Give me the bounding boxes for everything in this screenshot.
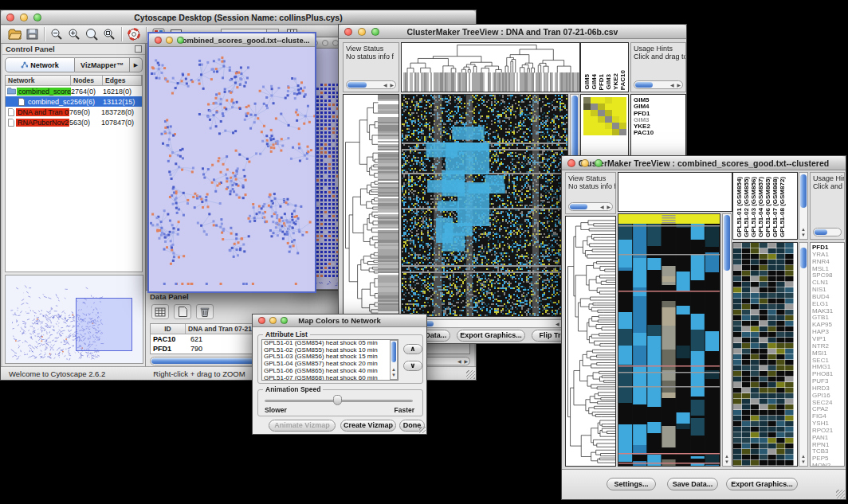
move-up-button[interactable]: ∧ [403, 344, 422, 354]
matrix-cell [605, 123, 612, 129]
tv1-heatmap[interactable] [402, 95, 567, 316]
minimize-button[interactable] [269, 317, 277, 324]
data-col-id[interactable]: ID [151, 324, 186, 334]
zoom-button[interactable] [595, 159, 603, 167]
create-vizmap-label: Create Vizmap [344, 421, 393, 429]
tab-network[interactable]: Network [5, 57, 75, 72]
zoom-button[interactable] [177, 37, 184, 44]
scroll-arrows-icon[interactable]: ◀ ▶ [600, 203, 611, 211]
data-row-id: PFD1 [151, 345, 186, 353]
scroll-arrows-icon[interactable]: ◀ ▶ [457, 357, 469, 365]
usage-hints-text: Click and drag to [631, 53, 685, 61]
tv1-row-dendrogram-panel[interactable] [343, 94, 399, 317]
view-status-title: View Status [344, 43, 398, 53]
col-header-edges[interactable]: Edges [103, 76, 142, 86]
matrix-cell [598, 97, 605, 104]
zoom-button[interactable] [281, 317, 288, 324]
dialog-resize-grip[interactable] [419, 427, 426, 433]
network-row-combined-scores[interactable]: combined_scores 2764(0) 16218(0) [6, 86, 142, 96]
tv2-heatmap-panel[interactable] [618, 213, 720, 467]
zoom-in-icon[interactable] [65, 27, 83, 42]
select-attributes-icon[interactable] [151, 304, 169, 319]
tv2-zoom-heatmap[interactable] [733, 243, 794, 466]
zoom-out-icon[interactable] [48, 27, 65, 42]
usage-hints-hscrollbar[interactable] [813, 228, 842, 236]
create-vizmap-button[interactable]: Create Vizmap [340, 420, 396, 432]
tv2-export-graphics-button[interactable]: Export Graphics... [726, 478, 798, 490]
view-status-hscrollbar[interactable]: ◀ ▶ [346, 80, 396, 89]
tv2-heatmap-vscrollbar[interactable]: ▲▼ [722, 213, 732, 467]
network-nodes: 2764(0) [71, 88, 103, 96]
close-button[interactable] [258, 317, 265, 324]
zoom-button[interactable] [33, 14, 41, 21]
scroll-arrows-icon[interactable]: ◀ ▶ [383, 81, 395, 89]
zoom-fit-icon[interactable] [83, 27, 100, 42]
scroll-arrows-icon[interactable]: ▲▼ [723, 454, 731, 465]
minimize-button[interactable] [581, 159, 589, 167]
network-window-titlebar[interactable]: combined_scores_good.txt--cluste... [149, 33, 315, 47]
treeview2-titlebar[interactable]: ClusterMaker TreeView : combined_scores_… [562, 156, 846, 170]
delete-attribute-icon[interactable] [196, 304, 214, 319]
export-graphics-label: Export Graphics... [731, 480, 793, 488]
animate-vizmap-button[interactable]: Animate Vizmap [269, 420, 336, 432]
scroll-arrows-icon[interactable]: ▲▼ [799, 227, 807, 238]
network-row-dna-tran[interactable]: DNA and Tran 07 769(0) 183728(0) [6, 107, 142, 117]
minimize-button[interactable] [20, 14, 28, 21]
close-button[interactable] [6, 14, 14, 21]
zoom-button[interactable] [371, 28, 379, 36]
birdseye-view[interactable] [6, 275, 143, 363]
save-icon[interactable] [23, 27, 41, 42]
tv1-column-dendrogram[interactable] [402, 43, 579, 92]
close-button[interactable] [344, 28, 352, 36]
tv2-column-labels-vscrollbar[interactable]: ▲▼ [799, 172, 808, 240]
zoom-selected-icon[interactable] [100, 27, 118, 42]
tv2-heatmap[interactable] [618, 214, 720, 466]
open-file-icon[interactable] [6, 27, 23, 42]
tv2-row-dendrogram-panel[interactable] [565, 216, 616, 467]
tv1-export-graphics-button[interactable]: Export Graphics... [457, 330, 525, 342]
network-row-rnapuber[interactable]: RNAPuberNov2+ 563(0) 107847(0) [6, 117, 142, 127]
tv2-settings-button[interactable]: Settings... [607, 478, 656, 490]
tv1-heatmap-panel[interactable] [401, 94, 568, 317]
attribute-listbox[interactable]: GPL51-01 (GSM854) heat shock 05 minGPL51… [261, 339, 398, 381]
close-button[interactable] [567, 159, 575, 167]
tv1-correlation-matrix[interactable] [583, 97, 626, 135]
network-view-window: combined_scores_good.txt--cluste... [147, 32, 316, 293]
help-icon[interactable] [125, 27, 143, 42]
scroll-arrows-icon[interactable]: ▲▼ [799, 454, 807, 465]
minimize-button[interactable] [358, 28, 366, 36]
tv2-row-dendrogram[interactable] [566, 217, 615, 466]
minimize-button[interactable] [322, 40, 328, 46]
speed-slider-thumb[interactable] [333, 395, 342, 405]
col-header-network[interactable]: Network [6, 76, 71, 86]
matrix-cell [612, 104, 619, 110]
dialog-titlebar[interactable]: Map Colors to Network [253, 315, 426, 327]
usage-hints-hscrollbar[interactable]: ◀ ▶ [634, 80, 683, 89]
network-row-combined-sco[interactable]: combined_sco 2569(6) 13112(15) [6, 96, 142, 107]
network-view-canvas[interactable] [149, 47, 315, 291]
new-attribute-icon[interactable] [174, 304, 191, 319]
treeview1-titlebar[interactable]: ClusterMaker TreeView : DNA and Tran 07-… [339, 25, 686, 39]
tv1-row-dendrogram[interactable] [344, 95, 398, 316]
col-header-nodes[interactable]: Nodes [71, 76, 103, 86]
tab-overflow-button[interactable]: ▶ [130, 57, 143, 72]
attribute-list-vscrollbar[interactable]: ▲▼ [390, 340, 398, 380]
view-status-hscrollbar[interactable]: ◀ ▶ [568, 202, 613, 211]
tv2-column-dendrogram-panel[interactable] [618, 172, 732, 212]
tab-vizmapper[interactable]: VizMapper™ [75, 57, 130, 72]
tv2-resize-grip[interactable] [836, 490, 845, 498]
move-down-button[interactable]: ∨ [403, 361, 422, 371]
tv2-save-data-button[interactable]: Save Data... [667, 478, 718, 490]
scroll-arrows-icon[interactable]: ◀ ▶ [670, 81, 681, 89]
tab-vizmapper-label: VizMapper™ [80, 61, 124, 69]
minimize-button[interactable] [166, 37, 173, 44]
main-titlebar[interactable]: Cytoscape Desktop (Session Name: collins… [1, 10, 476, 25]
tv1-column-dendrogram-panel[interactable] [401, 42, 580, 92]
scroll-arrows-icon[interactable]: ▲▼ [391, 367, 397, 378]
close-button[interactable] [155, 37, 162, 44]
tv2-gene-list-vscrollbar[interactable]: ▲▼ [799, 242, 808, 467]
main-resize-grip[interactable] [466, 370, 475, 379]
matrix-cell [605, 110, 612, 116]
float-panel-icon[interactable] [135, 45, 142, 53]
tv2-zoom-panel[interactable] [732, 242, 798, 467]
